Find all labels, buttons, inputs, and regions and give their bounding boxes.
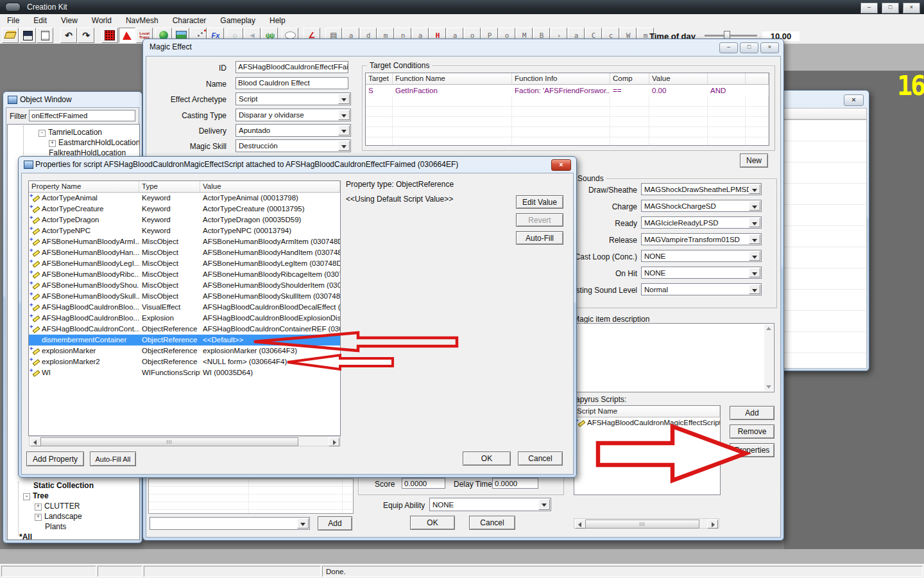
snap-to-grid-icon[interactable]	[101, 28, 118, 43]
magic-effect-ok-button[interactable]: OK	[410, 516, 455, 530]
properties-script-button[interactable]: Properties	[730, 443, 774, 457]
magic-effect-minimize-button[interactable]: –	[719, 42, 738, 53]
menu-navmesh[interactable]: NavMesh	[119, 15, 166, 26]
expand-icon[interactable]: +	[49, 140, 56, 147]
window-close-button[interactable]: ×	[903, 3, 920, 13]
property-row-actortypedragon[interactable]: ActorTypeDragonKeywordActorTypeDragon (0…	[29, 215, 340, 225]
cast-loop-conc-select[interactable]: NONE	[641, 250, 762, 262]
property-row-explosionmarker2[interactable]: explosionMarker2ObjectReference<NULL for…	[29, 356, 340, 367]
tree-item-static-collection[interactable]: Static Collection	[8, 480, 139, 491]
chevron-down-icon[interactable]	[749, 218, 760, 227]
chevron-down-icon[interactable]	[338, 141, 350, 151]
equip-ability-select[interactable]: NONE	[429, 498, 551, 511]
save-icon[interactable]	[19, 28, 36, 43]
tree-item-all[interactable]: *All	[8, 532, 139, 540]
property-row-afsbonehumanbloodyribc[interactable]: AFSBoneHumanBloodyRibc...MiscObjectAFSBo…	[29, 269, 340, 280]
tree-item-tree[interactable]: -Tree	[8, 491, 139, 501]
condition-column-item[interactable]	[746, 73, 769, 85]
on-hit-select[interactable]: NONE	[641, 267, 762, 279]
properties-close-button[interactable]: ×	[551, 159, 571, 171]
scroll-right-icon[interactable]	[329, 437, 339, 446]
properties-cancel-button[interactable]: Cancel	[518, 451, 563, 466]
collapse-icon[interactable]: -	[38, 130, 46, 137]
chevron-down-icon[interactable]	[749, 184, 760, 194]
open-icon[interactable]	[2, 28, 19, 43]
tree-item-landscape[interactable]: +Landscape	[8, 511, 139, 521]
undo-icon[interactable]: ↶	[60, 28, 77, 43]
menu-help[interactable]: Help	[262, 15, 293, 26]
menu-world[interactable]: World	[85, 15, 119, 26]
remove-script-button[interactable]: Remove	[730, 425, 774, 439]
chevron-down-icon[interactable]	[338, 110, 350, 120]
property-row-afshagbloodcauldroncont[interactable]: AFSHagBloodCauldronCont...ObjectReferenc…	[29, 324, 340, 335]
filter-input[interactable]: onEffectFFaimed	[29, 110, 135, 121]
property-row-afsbonehumanbloodyshou[interactable]: AFSBoneHumanBloodyShou...MiscObjectAFSBo…	[29, 280, 340, 291]
properties-column-value[interactable]: Value	[200, 181, 340, 193]
add-script-button[interactable]: Add	[730, 406, 774, 420]
expand-icon[interactable]: +	[35, 504, 42, 511]
property-row-afsbonehumanbloodyhan[interactable]: AFSBoneHumanBloodyHan...MiscObjectAFSBon…	[29, 247, 340, 258]
delivery-select[interactable]: Apuntado	[235, 124, 351, 137]
condition-column-function-info[interactable]: Function Info	[512, 73, 610, 85]
condition-column-item[interactable]	[708, 73, 746, 85]
preferences-icon[interactable]	[37, 28, 53, 43]
auto-fill-button[interactable]: Auto-Fill	[516, 231, 563, 245]
properties-hscrollbar[interactable]	[29, 436, 341, 446]
property-row-wi[interactable]: WIWIFunctionsScriptWI (00035D64)	[29, 367, 340, 378]
script-name-column[interactable]: Script Name	[574, 406, 720, 417]
script-row-afshagbloodcauldronmagiceffectscript[interactable]: AFSHagBloodCauldronMagicEffectScript	[574, 417, 720, 428]
charge-select[interactable]: MAGShockChargeSD	[641, 200, 762, 212]
chevron-down-icon[interactable]	[538, 499, 550, 510]
magic-effect-cancel-button[interactable]: Cancel	[469, 516, 515, 530]
chevron-down-icon[interactable]	[338, 125, 350, 136]
chevron-down-icon[interactable]	[749, 234, 760, 244]
snap-to-angle-icon[interactable]	[119, 28, 135, 43]
edit-value-button[interactable]: Edit Value	[516, 195, 563, 209]
condition-column-target[interactable]: Target	[366, 73, 393, 85]
property-row-explosionmarker[interactable]: explosionMarkerObjectReferenceexplosionM…	[29, 346, 340, 356]
window-minimize-button[interactable]: –	[860, 3, 878, 13]
scroll-right-icon[interactable]	[707, 520, 718, 529]
time-of-day-slider[interactable]	[705, 35, 757, 37]
menu-character[interactable]: Character	[166, 15, 214, 26]
name-input[interactable]: Blood Cauldron Effect	[235, 77, 348, 89]
properties-column-property-name[interactable]: Property Name	[29, 181, 139, 193]
property-row-actortypenpc[interactable]: ActorTypeNPCKeywordActorTypeNPC (0001379…	[29, 225, 340, 236]
magic-skill-select[interactable]: Destrucción	[235, 139, 351, 152]
chevron-down-icon[interactable]	[749, 251, 760, 261]
casting-sound-level-select[interactable]: Normal	[641, 283, 762, 295]
background-window-close-button[interactable]: ×	[844, 94, 864, 106]
menu-gameplay[interactable]: Gameplay	[213, 15, 262, 26]
auto-fill-all-button[interactable]: Auto-Fill All	[90, 451, 136, 466]
chevron-down-icon[interactable]	[338, 94, 350, 104]
property-row-afsbonehumanbloodylegi[interactable]: AFSBoneHumanBloodyLegI...MiscObjectAFSBo…	[29, 258, 340, 269]
ready-select[interactable]: MAGIcicleReadyLPSD	[641, 216, 762, 229]
condition-column-comp[interactable]: Comp	[610, 73, 649, 85]
casting-type-select[interactable]: Disparar y olvidarse	[235, 109, 351, 121]
property-row-actortypeanimal[interactable]: ActorTypeAnimalKeywordActorTypeAnimal (0…	[29, 193, 340, 204]
tree-item-eastmarchholdlocation[interactable]: +EastmarchHoldLocation	[8, 137, 139, 148]
chevron-down-icon[interactable]	[749, 268, 760, 277]
redo-icon[interactable]: ↷	[78, 28, 94, 43]
chevron-down-icon[interactable]	[297, 518, 309, 529]
collapse-icon[interactable]: -	[23, 493, 30, 500]
magic-effect-hscrollbar[interactable]	[574, 518, 719, 529]
properties-ok-button[interactable]: OK	[463, 451, 511, 466]
magic-item-description-input[interactable]	[576, 323, 774, 392]
scroll-left-icon[interactable]	[575, 520, 586, 529]
add-property-button[interactable]: Add Property	[26, 451, 84, 466]
menu-view[interactable]: View	[54, 15, 85, 26]
tree-item-plants[interactable]: Plants	[8, 521, 139, 532]
scroll-left-icon[interactable]	[30, 437, 41, 446]
id-input[interactable]: AFSHagBloodCauldronEffectFFaimed	[235, 61, 348, 73]
condition-column-value[interactable]: Value	[649, 73, 708, 85]
tree-item-clutter[interactable]: +CLUTTER	[8, 501, 139, 511]
tree-item-tamriellocation[interactable]: -TamrielLocation	[8, 127, 139, 137]
property-row-dismembermentcontainer[interactable]: dismembermentContainerObjectReference<<D…	[29, 335, 340, 346]
property-row-afsbonehumanbloodyarmi[interactable]: AFSBoneHumanBloodyArmI...MiscObjectAFSBo…	[29, 236, 340, 247]
chevron-down-icon[interactable]	[749, 285, 760, 294]
chevron-down-icon[interactable]	[749, 201, 760, 211]
property-row-afshagbloodcauldronbloo[interactable]: AFSHagBloodCauldronBloo...VisualEffectAF…	[29, 302, 340, 313]
condition-column-function-name[interactable]: Function Name	[393, 73, 512, 85]
draw-sheathe-select[interactable]: MAGShockDrawSheatheLPMSD	[641, 183, 762, 195]
